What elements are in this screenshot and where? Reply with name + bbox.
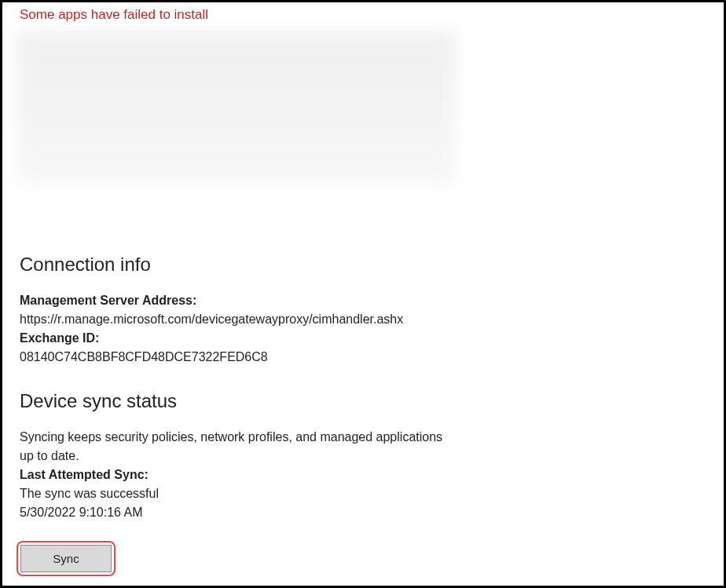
- sync-description: Syncing keeps security policies, network…: [20, 428, 460, 466]
- server-address-value: https://r.manage.microsoft.com/devicegat…: [20, 310, 706, 329]
- server-address-label: Management Server Address:: [20, 291, 706, 310]
- last-sync-time: 5/30/2022 9:10:16 AM: [20, 503, 706, 522]
- exchange-id-label: Exchange ID:: [20, 329, 706, 348]
- last-sync-label: Last Attempted Sync:: [20, 466, 706, 484]
- last-sync-result: The sync was successful: [20, 484, 706, 503]
- error-banner: Some apps have failed to install: [2, 2, 724, 23]
- connection-info-block: Management Server Address: https://r.man…: [20, 291, 706, 367]
- sync-info-block: Last Attempted Sync: The sync was succes…: [20, 466, 706, 522]
- device-sync-heading: Device sync status: [20, 390, 706, 412]
- exchange-id-value: 08140C74CB8BF8CFD48DCE7322FED6C8: [20, 348, 706, 367]
- sync-button[interactable]: Sync: [20, 545, 112, 572]
- sync-button-highlight: Sync: [16, 541, 116, 576]
- connection-info-heading: Connection info: [20, 254, 706, 276]
- redacted-area: [16, 31, 456, 186]
